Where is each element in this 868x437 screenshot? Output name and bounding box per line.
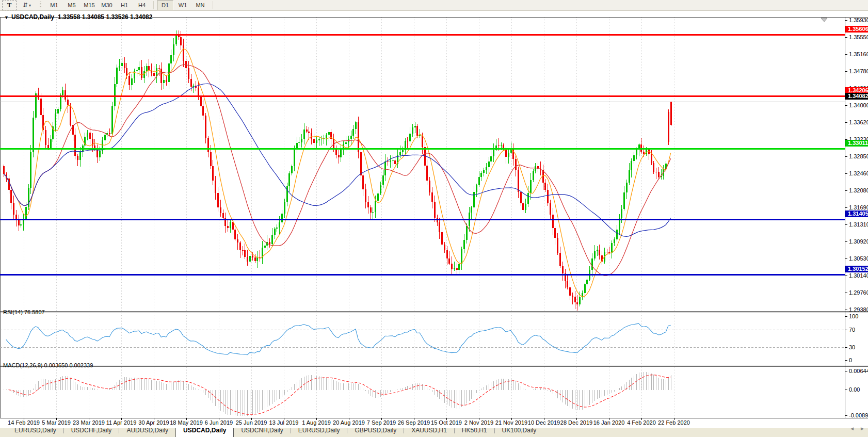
macd-tick-label: -0.008982 [849, 412, 868, 418]
date-label: 26 Sep 2019 [398, 419, 430, 426]
chart-dropdown-icon[interactable]: ▼ [4, 15, 9, 20]
date-label: 23 Mar 2019 [73, 419, 105, 426]
date-label: 21 Nov 2019 [495, 419, 527, 426]
arrange-arrows-icon: ⇵ [23, 2, 28, 9]
price-chart-canvas: 1.359301.355501.351601.347801.343901.340… [0, 11, 868, 434]
rsi-tick-label: 100 [849, 313, 858, 319]
date-label: 4 Feb 2020 [627, 419, 656, 426]
date-label: 15 Oct 2019 [431, 419, 462, 426]
price-tick-label: 1.31690 [849, 204, 868, 211]
rsi-indicator-label: RSI(14) 76.5807 [3, 309, 45, 315]
timeframe-button-w1[interactable]: W1 [174, 1, 191, 10]
macd-tick-label: 0.00 [849, 386, 860, 393]
date-axis: 14 Feb 20195 Mar 201923 Mar 201911 Apr 2… [8, 418, 690, 426]
price-tick-label: 1.32850 [849, 153, 868, 159]
rsi-tick-label: 70 [849, 327, 855, 333]
date-label: 18 May 2019 [170, 419, 203, 426]
chevron-down-icon[interactable]: ▾ [29, 3, 31, 8]
price-tick-label: 1.35160 [849, 51, 868, 57]
timeframe-button-mn[interactable]: MN [192, 1, 208, 10]
date-label: 25 Jun 2019 [236, 419, 267, 426]
text-tool-button[interactable]: T [2, 1, 17, 10]
rsi-tick-label: 30 [849, 344, 855, 350]
timeframe-button-m1[interactable]: M1 [46, 1, 62, 10]
date-label: 22 Feb 2020 [658, 419, 690, 426]
date-label: 1 Aug 2019 [302, 419, 331, 426]
timeframe-button-m5[interactable]: M5 [63, 1, 80, 10]
level-price-badge: 1.31405 [845, 211, 868, 217]
price-tick-label: 1.29760 [849, 289, 868, 296]
date-label: 20 Aug 2019 [333, 419, 365, 426]
date-label: 11 Apr 2019 [106, 419, 137, 426]
timeframe-button-m15[interactable]: M15 [81, 1, 98, 10]
price-tick-label: 1.35930 [849, 17, 868, 23]
price-tick-label: 1.34000 [849, 102, 868, 108]
chart-symbol-label: USDCAD,Daily [11, 13, 54, 21]
price-tick-label: 1.35550 [849, 34, 868, 40]
arrange-windows-button[interactable]: ⇵▾ [19, 1, 35, 10]
tab-scroll-controls: ◄ ► [849, 426, 865, 431]
date-label: 13 Jul 2019 [269, 419, 299, 426]
price-tick-label: 1.34780 [849, 68, 868, 74]
timeframe-button-m30[interactable]: M30 [99, 1, 115, 10]
price-tick-label: 1.31310 [849, 221, 868, 228]
price-tick-label: 1.32460 [849, 170, 868, 176]
level-price-badge: 1.35606 [845, 26, 868, 33]
tabs-scroll-right-button[interactable]: ► [860, 426, 865, 431]
date-label: 16 Jan 2020 [593, 419, 625, 426]
tabs-scroll-left-button[interactable]: ◄ [849, 426, 855, 431]
macd-tick-label: 0.006448 [849, 368, 868, 374]
date-label: 6 Jun 2019 [205, 419, 233, 426]
date-label: 30 Apr 2019 [138, 419, 169, 426]
date-label: 7 Sep 2019 [367, 419, 396, 426]
price-tick-label: 1.32080 [849, 187, 868, 193]
toolbar-separator [213, 1, 213, 9]
toolbar-separator [153, 1, 154, 9]
macd-indicator-label: MACD(12,26,9) 0.003650 0.002339 [3, 362, 93, 368]
price-tick-label: 1.30530 [849, 255, 868, 262]
current-price-badge: 1.34082 [845, 93, 868, 100]
price-tick-label: 1.30140 [849, 272, 868, 279]
timeframe-button-h1[interactable]: H1 [116, 1, 133, 10]
chart-title: ▼USDCAD,Daily 1.33558 1.34085 1.33526 1.… [4, 13, 152, 21]
level-price-badge: 1.33011 [845, 140, 868, 147]
price-tick-label: 1.33620 [849, 119, 868, 125]
trading-terminal-window: T ⇵▾ M1M5M15M30H1H4D1W1MN 1.359301.35550… [0, 0, 868, 437]
price-tick-label: 1.30920 [849, 238, 868, 245]
chart-ohlc-values: 1.33558 1.34085 1.33526 1.34082 [58, 13, 153, 21]
date-label: 10 Dec 2019 [528, 419, 560, 426]
top-toolbar: T ⇵▾ M1M5M15M30H1H4D1W1MN [0, 0, 868, 11]
level-price-badge: 1.30152 [845, 266, 868, 272]
timeframe-button-d1[interactable]: D1 [157, 1, 173, 10]
timeframe-button-h4[interactable]: H4 [134, 1, 150, 10]
toolbar-grip [40, 2, 41, 9]
date-label: 14 Feb 2019 [8, 419, 40, 426]
date-label: 5 Mar 2019 [42, 419, 71, 426]
timeframe-button-group: M1M5M15M30H1H4D1W1MN [46, 1, 208, 10]
rsi-tick-label: 0 [849, 357, 852, 363]
date-label: 2 Nov 2019 [464, 419, 493, 426]
price-tick-label: 1.29380 [849, 306, 868, 313]
date-label: 28 Dec 2019 [560, 419, 592, 426]
